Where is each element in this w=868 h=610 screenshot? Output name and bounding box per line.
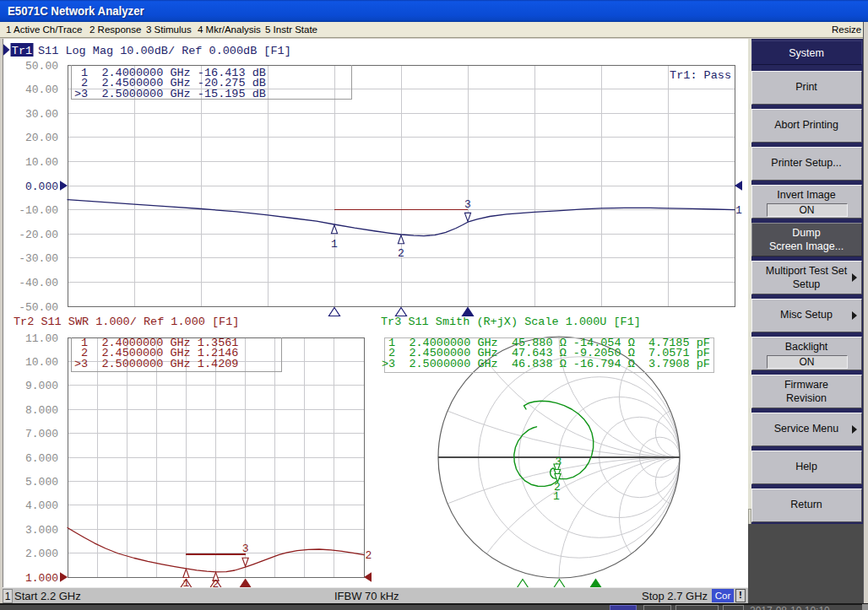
svg-text:20.00: 20.00 [25, 132, 58, 144]
svg-text:1: 1 [553, 490, 560, 503]
svg-text:3: 3 [242, 543, 249, 555]
svg-text:0.000: 0.000 [25, 181, 58, 193]
svg-text:>3 2.5000000 GHz -15.195 dB: >3 2.5000000 GHz -15.195 dB [74, 88, 266, 100]
svg-text:Tr3 S11 Smith (R+jX) Scale 1.0: Tr3 S11 Smith (R+jX) Scale 1.000U [F1] [381, 316, 641, 328]
svg-text:Tr1: Tr1 [12, 45, 32, 57]
svg-text:9.000: 9.000 [25, 380, 58, 392]
svg-text:2: 2 [366, 549, 372, 562]
svg-text:3.000: 3.000 [25, 524, 58, 537]
svg-text:7.000: 7.000 [25, 428, 58, 440]
svg-text:10.00: 10.00 [25, 156, 58, 169]
svg-text:3: 3 [464, 198, 471, 211]
svg-text:Tr1: Pass: Tr1: Pass [670, 69, 731, 82]
svg-text:50.00: 50.00 [25, 60, 58, 73]
svg-text:6.000: 6.000 [25, 452, 58, 465]
svg-text:1: 1 [331, 238, 338, 251]
svg-text:30.00: 30.00 [25, 108, 58, 121]
svg-text:5.000: 5.000 [25, 476, 58, 489]
svg-text:1.000: 1.000 [25, 572, 58, 585]
svg-text:8.000: 8.000 [25, 404, 58, 417]
svg-text:S11 Log Mag 10.00dB/ Ref 0.000: S11 Log Mag 10.00dB/ Ref 0.000dB [F1] [38, 45, 291, 57]
svg-text:4.000: 4.000 [25, 499, 58, 512]
svg-text:1: 1 [735, 204, 742, 217]
svg-text:2: 2 [398, 247, 404, 260]
svg-text:-10.00: -10.00 [19, 204, 58, 217]
svg-text:-20.00: -20.00 [19, 229, 58, 241]
svg-text:>3 2.5000000 GHz 1.4209: >3 2.5000000 GHz 1.4209 [74, 358, 238, 370]
svg-text:Tr2 S11 SWR 1.000/ Ref 1.000 [: Tr2 S11 SWR 1.000/ Ref 1.000 [F1] [14, 316, 239, 328]
svg-text:10.00: 10.00 [25, 356, 58, 369]
svg-text:-30.00: -30.00 [19, 252, 58, 265]
svg-text:>3 2.5000000 GHz 46.838 Ω -1: >3 2.5000000 GHz 46.838 Ω -16.794 Ω 3.79… [382, 358, 710, 370]
svg-text:-50.00: -50.00 [19, 301, 58, 314]
svg-text:-40.00: -40.00 [19, 277, 58, 289]
svg-text:40.00: 40.00 [25, 84, 58, 96]
svg-text:11.00: 11.00 [25, 332, 58, 345]
svg-text:2.000: 2.000 [25, 548, 58, 560]
